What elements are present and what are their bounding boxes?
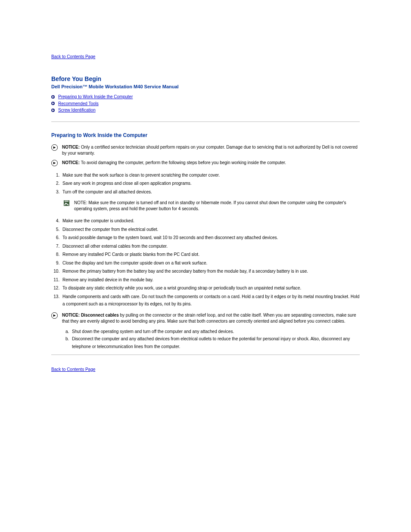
- manual-title: Dell Precision™ Mobile Workstation M40 S…: [51, 84, 360, 89]
- notice-text: NOTICE: Only a certified service technic…: [62, 144, 360, 156]
- step-item: Turn off the computer and all attached d…: [61, 188, 360, 196]
- bullet-icon: [51, 95, 55, 99]
- step-list: Make sure the computer is undocked. Disc…: [61, 217, 360, 308]
- note-icon: [63, 200, 70, 206]
- section-toc: Preparing to Work Inside the Computer Re…: [51, 93, 360, 114]
- step-item: Handle components and cards with care. D…: [61, 293, 360, 308]
- step-item: Save any work in progress and close all …: [61, 180, 360, 187]
- step-item: Disconnect all other external cables fro…: [61, 243, 360, 250]
- step-item: To avoid possible damage to the system b…: [61, 234, 360, 242]
- step-item: Remove any installed device in the modul…: [61, 276, 360, 284]
- toc-link-tools[interactable]: Recommended Tools: [58, 100, 99, 107]
- notice-block: NOTICE: Disconnect cables by pulling on …: [51, 312, 360, 324]
- page-heading: Before You Begin: [51, 75, 360, 82]
- bullet-icon: [51, 109, 55, 112]
- footer-back-link-wrap: Back to Contents Page: [51, 367, 360, 372]
- step-item: Make sure that the work surface is clean…: [61, 171, 360, 179]
- note-text: NOTE: Make sure the computer is turned o…: [74, 200, 360, 212]
- bullet-icon: [51, 102, 55, 105]
- step-list: Make sure that the work surface is clean…: [61, 171, 360, 196]
- notice-text: NOTICE: To avoid damaging the computer, …: [62, 160, 286, 166]
- toc-link-preparing[interactable]: Preparing to Work Inside the Computer: [58, 93, 133, 100]
- step-item: Remove any installed PC Cards or plastic…: [61, 251, 360, 258]
- back-to-contents-link-bottom[interactable]: Back to Contents Page: [51, 367, 95, 372]
- substep-item: Disconnect the computer and any attached…: [70, 335, 360, 350]
- notice-block: NOTICE: To avoid damaging the computer, …: [51, 160, 360, 166]
- toc-item: Recommended Tools: [51, 100, 360, 107]
- back-to-contents-link[interactable]: Back to Contents Page: [51, 54, 95, 59]
- substep-list: Shut down the operating system and turn …: [70, 328, 360, 351]
- step-item: Close the display and turn the computer …: [61, 259, 360, 267]
- divider: [51, 355, 360, 355]
- notice-text: NOTICE: Disconnect cables by pulling on …: [62, 312, 360, 324]
- step-item: To dissipate any static electricity whil…: [61, 284, 360, 292]
- notice-icon: [51, 160, 58, 166]
- section-heading-preparing: Preparing to Work Inside the Computer: [51, 132, 360, 138]
- notice-icon: [51, 144, 58, 151]
- divider: [51, 121, 360, 122]
- toc-item: Preparing to Work Inside the Computer: [51, 93, 360, 100]
- notice-icon: [51, 312, 58, 319]
- step-item: Remove the primary battery from the batt…: [61, 268, 360, 275]
- step-item: Make sure the computer is undocked.: [61, 217, 360, 225]
- document-page: Back to Contents Page Before You Begin D…: [0, 0, 411, 372]
- toc-item: Screw Identification: [51, 107, 360, 114]
- note-block: NOTE: Make sure the computer is turned o…: [63, 200, 360, 212]
- notice-block: NOTICE: Only a certified service technic…: [51, 144, 360, 156]
- step-item: Disconnect the computer from the electri…: [61, 226, 360, 233]
- toc-link-screw[interactable]: Screw Identification: [58, 107, 96, 114]
- substep-item: Shut down the operating system and turn …: [70, 328, 360, 336]
